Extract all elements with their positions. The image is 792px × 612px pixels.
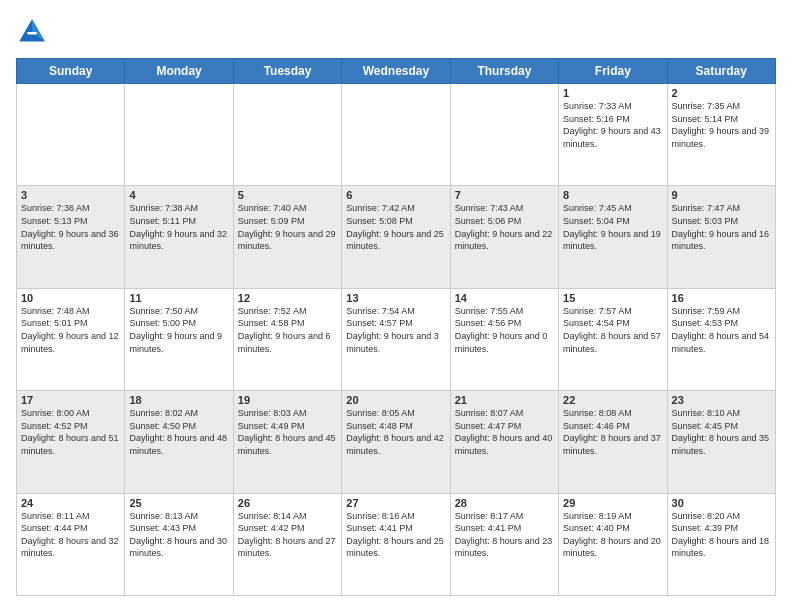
day-info: Sunrise: 8:07 AM Sunset: 4:47 PM Dayligh… [455,407,554,457]
day-cell: 26Sunrise: 8:14 AM Sunset: 4:42 PM Dayli… [233,493,341,595]
day-number: 17 [21,394,120,406]
day-cell [450,84,558,186]
day-cell: 1Sunrise: 7:33 AM Sunset: 5:16 PM Daylig… [559,84,667,186]
day-info: Sunrise: 7:45 AM Sunset: 5:04 PM Dayligh… [563,202,662,252]
day-cell: 15Sunrise: 7:57 AM Sunset: 4:54 PM Dayli… [559,288,667,390]
day-cell: 3Sunrise: 7:36 AM Sunset: 5:13 PM Daylig… [17,186,125,288]
day-info: Sunrise: 7:43 AM Sunset: 5:06 PM Dayligh… [455,202,554,252]
day-number: 11 [129,292,228,304]
day-info: Sunrise: 8:00 AM Sunset: 4:52 PM Dayligh… [21,407,120,457]
day-number: 28 [455,497,554,509]
day-info: Sunrise: 7:40 AM Sunset: 5:09 PM Dayligh… [238,202,337,252]
day-info: Sunrise: 8:13 AM Sunset: 4:43 PM Dayligh… [129,510,228,560]
day-number: 4 [129,189,228,201]
day-number: 13 [346,292,445,304]
week-row-2: 3Sunrise: 7:36 AM Sunset: 5:13 PM Daylig… [17,186,776,288]
day-number: 3 [21,189,120,201]
day-cell: 8Sunrise: 7:45 AM Sunset: 5:04 PM Daylig… [559,186,667,288]
day-info: Sunrise: 7:50 AM Sunset: 5:00 PM Dayligh… [129,305,228,355]
day-info: Sunrise: 7:33 AM Sunset: 5:16 PM Dayligh… [563,100,662,150]
day-info: Sunrise: 7:55 AM Sunset: 4:56 PM Dayligh… [455,305,554,355]
day-number: 25 [129,497,228,509]
day-cell: 12Sunrise: 7:52 AM Sunset: 4:58 PM Dayli… [233,288,341,390]
calendar-table: SundayMondayTuesdayWednesdayThursdayFrid… [16,58,776,596]
day-number: 8 [563,189,662,201]
day-info: Sunrise: 7:36 AM Sunset: 5:13 PM Dayligh… [21,202,120,252]
day-cell: 30Sunrise: 8:20 AM Sunset: 4:39 PM Dayli… [667,493,775,595]
day-number: 18 [129,394,228,406]
day-info: Sunrise: 8:11 AM Sunset: 4:44 PM Dayligh… [21,510,120,560]
day-number: 22 [563,394,662,406]
day-info: Sunrise: 8:19 AM Sunset: 4:40 PM Dayligh… [563,510,662,560]
day-cell: 22Sunrise: 8:08 AM Sunset: 4:46 PM Dayli… [559,391,667,493]
day-number: 5 [238,189,337,201]
day-number: 26 [238,497,337,509]
day-number: 30 [672,497,771,509]
header [16,16,776,48]
day-cell: 18Sunrise: 8:02 AM Sunset: 4:50 PM Dayli… [125,391,233,493]
logo [16,16,52,48]
day-info: Sunrise: 8:10 AM Sunset: 4:45 PM Dayligh… [672,407,771,457]
day-cell: 28Sunrise: 8:17 AM Sunset: 4:41 PM Dayli… [450,493,558,595]
day-cell: 16Sunrise: 7:59 AM Sunset: 4:53 PM Dayli… [667,288,775,390]
day-header-saturday: Saturday [667,59,775,84]
day-cell: 23Sunrise: 8:10 AM Sunset: 4:45 PM Dayli… [667,391,775,493]
day-cell [342,84,450,186]
day-info: Sunrise: 7:42 AM Sunset: 5:08 PM Dayligh… [346,202,445,252]
day-cell: 5Sunrise: 7:40 AM Sunset: 5:09 PM Daylig… [233,186,341,288]
day-header-thursday: Thursday [450,59,558,84]
day-cell: 7Sunrise: 7:43 AM Sunset: 5:06 PM Daylig… [450,186,558,288]
day-cell: 27Sunrise: 8:16 AM Sunset: 4:41 PM Dayli… [342,493,450,595]
week-row-3: 10Sunrise: 7:48 AM Sunset: 5:01 PM Dayli… [17,288,776,390]
day-number: 10 [21,292,120,304]
day-number: 9 [672,189,771,201]
day-cell: 9Sunrise: 7:47 AM Sunset: 5:03 PM Daylig… [667,186,775,288]
day-info: Sunrise: 8:03 AM Sunset: 4:49 PM Dayligh… [238,407,337,457]
week-row-4: 17Sunrise: 8:00 AM Sunset: 4:52 PM Dayli… [17,391,776,493]
day-cell: 10Sunrise: 7:48 AM Sunset: 5:01 PM Dayli… [17,288,125,390]
week-row-5: 24Sunrise: 8:11 AM Sunset: 4:44 PM Dayli… [17,493,776,595]
day-cell: 11Sunrise: 7:50 AM Sunset: 5:00 PM Dayli… [125,288,233,390]
day-number: 21 [455,394,554,406]
day-number: 6 [346,189,445,201]
day-info: Sunrise: 8:14 AM Sunset: 4:42 PM Dayligh… [238,510,337,560]
day-info: Sunrise: 8:17 AM Sunset: 4:41 PM Dayligh… [455,510,554,560]
logo-icon [16,16,48,48]
day-number: 19 [238,394,337,406]
day-number: 29 [563,497,662,509]
day-number: 24 [21,497,120,509]
page: SundayMondayTuesdayWednesdayThursdayFrid… [0,0,792,612]
day-info: Sunrise: 7:52 AM Sunset: 4:58 PM Dayligh… [238,305,337,355]
day-header-monday: Monday [125,59,233,84]
svg-rect-2 [27,32,37,34]
day-number: 16 [672,292,771,304]
day-cell: 21Sunrise: 8:07 AM Sunset: 4:47 PM Dayli… [450,391,558,493]
day-cell [125,84,233,186]
day-header-wednesday: Wednesday [342,59,450,84]
day-info: Sunrise: 8:05 AM Sunset: 4:48 PM Dayligh… [346,407,445,457]
day-info: Sunrise: 8:20 AM Sunset: 4:39 PM Dayligh… [672,510,771,560]
day-cell [17,84,125,186]
day-info: Sunrise: 7:59 AM Sunset: 4:53 PM Dayligh… [672,305,771,355]
day-number: 7 [455,189,554,201]
day-cell: 20Sunrise: 8:05 AM Sunset: 4:48 PM Dayli… [342,391,450,493]
day-header-sunday: Sunday [17,59,125,84]
day-info: Sunrise: 7:57 AM Sunset: 4:54 PM Dayligh… [563,305,662,355]
day-cell: 6Sunrise: 7:42 AM Sunset: 5:08 PM Daylig… [342,186,450,288]
day-info: Sunrise: 8:08 AM Sunset: 4:46 PM Dayligh… [563,407,662,457]
day-number: 15 [563,292,662,304]
calendar-header-row: SundayMondayTuesdayWednesdayThursdayFrid… [17,59,776,84]
day-info: Sunrise: 7:48 AM Sunset: 5:01 PM Dayligh… [21,305,120,355]
day-number: 1 [563,87,662,99]
day-cell: 2Sunrise: 7:35 AM Sunset: 5:14 PM Daylig… [667,84,775,186]
day-cell: 4Sunrise: 7:38 AM Sunset: 5:11 PM Daylig… [125,186,233,288]
day-number: 12 [238,292,337,304]
day-number: 20 [346,394,445,406]
day-cell: 24Sunrise: 8:11 AM Sunset: 4:44 PM Dayli… [17,493,125,595]
week-row-1: 1Sunrise: 7:33 AM Sunset: 5:16 PM Daylig… [17,84,776,186]
day-cell [233,84,341,186]
day-cell: 29Sunrise: 8:19 AM Sunset: 4:40 PM Dayli… [559,493,667,595]
day-cell: 25Sunrise: 8:13 AM Sunset: 4:43 PM Dayli… [125,493,233,595]
day-info: Sunrise: 7:35 AM Sunset: 5:14 PM Dayligh… [672,100,771,150]
day-cell: 13Sunrise: 7:54 AM Sunset: 4:57 PM Dayli… [342,288,450,390]
